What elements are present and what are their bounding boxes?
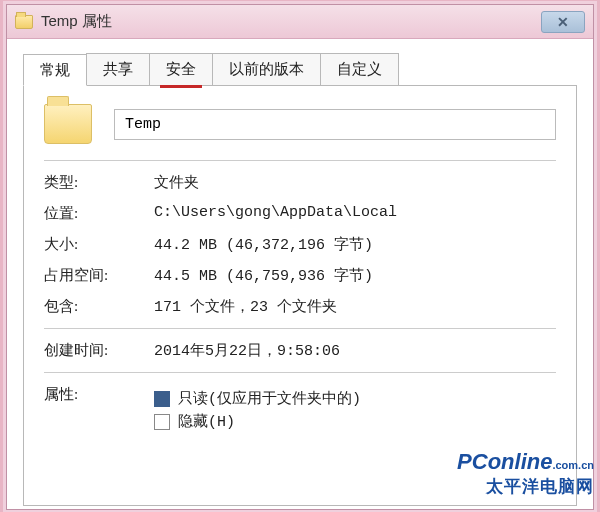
properties-window: Temp 属性 ✕ 常规 共享 安全 以前的版本 自定义 [6, 4, 594, 510]
name-row [44, 104, 556, 144]
value-size: 44.2 MB (46,372,196 字节) [154, 235, 556, 254]
checkbox-hidden-label: 隐藏(H) [178, 412, 235, 431]
general-panel: 类型: 文件夹 位置: C:\Users\gong\AppData\Local … [23, 86, 577, 506]
label-ondisk: 占用空间: [44, 266, 154, 285]
row-contains: 包含: 171 个文件，23 个文件夹 [44, 297, 556, 316]
tab-bar: 常规 共享 安全 以前的版本 自定义 [23, 53, 577, 86]
checkbox-hidden[interactable] [154, 414, 170, 430]
value-type: 文件夹 [154, 173, 556, 192]
tab-general[interactable]: 常规 [23, 54, 87, 86]
row-type: 类型: 文件夹 [44, 173, 556, 192]
checkbox-hidden-row: 隐藏(H) [154, 412, 556, 431]
folder-icon-large [44, 104, 92, 144]
row-ondisk: 占用空间: 44.5 MB (46,759,936 字节) [44, 266, 556, 285]
close-icon: ✕ [557, 14, 569, 30]
label-type: 类型: [44, 173, 154, 192]
window-title: Temp 属性 [41, 12, 541, 31]
tab-security[interactable]: 安全 [149, 53, 213, 85]
value-created: 2014年5月22日，9:58:06 [154, 341, 556, 360]
folder-icon [15, 15, 33, 29]
highlight-underline [160, 85, 202, 88]
row-attributes: 属性: 只读(仅应用于文件夹中的) 隐藏(H) [44, 385, 556, 435]
checkbox-readonly-row: 只读(仅应用于文件夹中的) [154, 389, 556, 408]
label-contains: 包含: [44, 297, 154, 316]
label-size: 大小: [44, 235, 154, 254]
tab-previous-versions[interactable]: 以前的版本 [212, 53, 321, 85]
label-attributes: 属性: [44, 385, 154, 435]
tab-label: 共享 [103, 60, 133, 77]
window-body: 常规 共享 安全 以前的版本 自定义 类型: [7, 39, 593, 509]
tab-label: 安全 [166, 60, 196, 77]
value-location: C:\Users\gong\AppData\Local [154, 204, 556, 223]
label-location: 位置: [44, 204, 154, 223]
titlebar: Temp 属性 ✕ [7, 5, 593, 39]
row-size: 大小: 44.2 MB (46,372,196 字节) [44, 235, 556, 254]
checkbox-readonly-label: 只读(仅应用于文件夹中的) [178, 389, 361, 408]
tab-label: 以前的版本 [229, 60, 304, 77]
label-created: 创建时间: [44, 341, 154, 360]
tab-label: 常规 [40, 61, 70, 78]
separator [44, 328, 556, 329]
tab-share[interactable]: 共享 [86, 53, 150, 85]
tab-label: 自定义 [337, 60, 382, 77]
folder-name-input[interactable] [114, 109, 556, 140]
value-ondisk: 44.5 MB (46,759,936 字节) [154, 266, 556, 285]
value-contains: 171 个文件，23 个文件夹 [154, 297, 556, 316]
tab-custom[interactable]: 自定义 [320, 53, 399, 85]
separator [44, 160, 556, 161]
row-location: 位置: C:\Users\gong\AppData\Local [44, 204, 556, 223]
separator [44, 372, 556, 373]
close-button[interactable]: ✕ [541, 11, 585, 33]
row-created: 创建时间: 2014年5月22日，9:58:06 [44, 341, 556, 360]
checkbox-readonly[interactable] [154, 391, 170, 407]
attributes-group: 只读(仅应用于文件夹中的) 隐藏(H) [154, 385, 556, 435]
